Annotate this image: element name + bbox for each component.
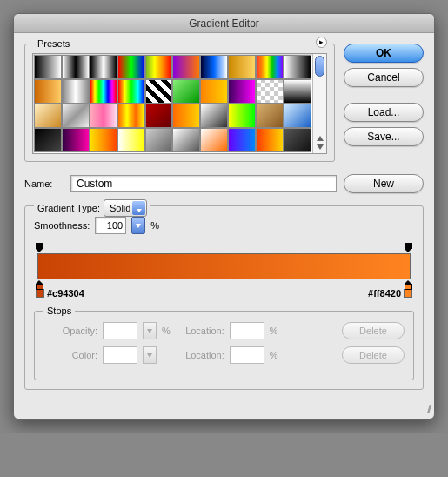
preset-swatch[interactable] xyxy=(34,104,62,128)
smoothness-label: Smoothness: xyxy=(34,220,90,231)
color-location-label: Location: xyxy=(176,350,224,360)
preset-swatch[interactable] xyxy=(256,79,284,104)
preset-swatch[interactable] xyxy=(200,128,228,152)
color-stop-left-chip xyxy=(36,284,43,290)
opacity-label: Opacity: xyxy=(43,326,97,336)
presets-scrollbar[interactable] xyxy=(312,54,326,153)
color-delete-button: Delete xyxy=(342,346,405,364)
gradient-editor-window: Gradient Editor Presets ▸ OK Cancel xyxy=(13,13,435,420)
preset-swatch[interactable] xyxy=(284,79,311,104)
preset-swatch[interactable] xyxy=(228,79,256,104)
stops-legend: Stops xyxy=(43,306,75,316)
presets-menu-icon[interactable]: ▸ xyxy=(316,37,327,48)
preset-swatch[interactable] xyxy=(284,55,311,79)
preset-swatch[interactable] xyxy=(145,55,173,79)
preset-swatch[interactable] xyxy=(200,104,228,128)
preset-swatch[interactable] xyxy=(62,128,90,152)
preset-swatch[interactable] xyxy=(172,55,200,79)
preset-swatch[interactable] xyxy=(228,104,256,128)
preset-swatch[interactable] xyxy=(117,79,145,104)
presets-grid xyxy=(33,54,312,153)
opacity-delete-button: Delete xyxy=(342,322,405,339)
color-stop-right-chip xyxy=(405,284,412,290)
opacity-stop-right[interactable] xyxy=(405,243,412,252)
preset-swatch[interactable] xyxy=(90,79,117,104)
stops-panel: Stops Opacity: % Location: % Delete Colo… xyxy=(34,311,414,380)
preset-swatch[interactable] xyxy=(172,79,200,104)
color-dropdown-icon xyxy=(143,346,157,364)
gradient-type-panel: Gradient Type: Solid Smoothness: % xyxy=(24,205,424,390)
smoothness-suffix: % xyxy=(150,220,159,231)
preset-swatch[interactable] xyxy=(228,128,256,152)
gradient-preview xyxy=(34,243,414,290)
gradient-bar[interactable] xyxy=(37,253,411,279)
color-label: Color: xyxy=(43,350,97,360)
color-location-input xyxy=(230,346,264,364)
preset-swatch[interactable] xyxy=(200,79,228,104)
name-label: Name: xyxy=(24,178,64,189)
resize-grip-icon[interactable]: /// xyxy=(14,400,434,419)
name-input[interactable] xyxy=(70,175,337,192)
scroll-up-icon[interactable] xyxy=(317,136,324,141)
preset-swatch[interactable] xyxy=(117,55,145,79)
scroll-down-icon[interactable] xyxy=(317,144,324,150)
preset-swatch[interactable] xyxy=(62,104,90,128)
presets-panel: Presets ▸ xyxy=(24,44,335,162)
scroll-thumb[interactable] xyxy=(315,56,324,77)
save-button[interactable]: Save... xyxy=(344,127,424,146)
stop-left-chip-icon xyxy=(36,289,44,298)
opacity-location-label: Location: xyxy=(176,326,224,336)
preset-swatch[interactable] xyxy=(228,55,256,79)
preset-swatch[interactable] xyxy=(145,104,173,128)
gradient-type-label: Gradient Type: xyxy=(37,203,100,213)
preset-swatch[interactable] xyxy=(256,55,284,79)
preset-swatch[interactable] xyxy=(256,128,284,152)
preset-swatch[interactable] xyxy=(62,55,90,79)
presets-legend: Presets xyxy=(34,38,73,49)
preset-swatch[interactable] xyxy=(200,55,228,79)
ok-button[interactable]: OK xyxy=(344,44,424,63)
preset-swatch[interactable] xyxy=(284,104,311,128)
opacity-dropdown-icon xyxy=(143,322,157,339)
preset-swatch[interactable] xyxy=(284,128,311,152)
stop-right-chip-icon xyxy=(404,289,412,298)
preset-swatch[interactable] xyxy=(145,79,173,104)
preset-swatch[interactable] xyxy=(145,128,173,152)
color-swatch-input xyxy=(103,346,137,364)
opacity-stop-left[interactable] xyxy=(36,243,43,252)
preset-swatch[interactable] xyxy=(117,128,145,152)
gradient-type-select[interactable]: Solid xyxy=(104,199,147,217)
opacity-location-input xyxy=(230,322,264,339)
preset-swatch[interactable] xyxy=(34,128,62,152)
preset-swatch[interactable] xyxy=(90,55,117,79)
preset-swatch[interactable] xyxy=(62,79,90,104)
new-button[interactable]: New xyxy=(344,174,424,193)
preset-swatch[interactable] xyxy=(256,104,284,128)
opacity-input xyxy=(103,322,137,339)
window-title: Gradient Editor xyxy=(189,17,259,30)
load-button[interactable]: Load... xyxy=(344,103,424,122)
preset-swatch[interactable] xyxy=(90,128,117,152)
smoothness-dropdown-icon[interactable] xyxy=(131,217,145,234)
preset-swatch[interactable] xyxy=(34,55,62,79)
preset-swatch[interactable] xyxy=(172,128,200,152)
titlebar[interactable]: Gradient Editor xyxy=(14,14,434,33)
cancel-button[interactable]: Cancel xyxy=(344,68,424,87)
preset-swatch[interactable] xyxy=(90,104,117,128)
color-stop-left[interactable] xyxy=(36,280,43,290)
preset-swatch[interactable] xyxy=(172,104,200,128)
preset-swatch[interactable] xyxy=(34,79,62,104)
preset-swatch[interactable] xyxy=(117,104,145,128)
color-stop-right[interactable] xyxy=(405,280,412,290)
smoothness-input[interactable] xyxy=(95,217,126,234)
